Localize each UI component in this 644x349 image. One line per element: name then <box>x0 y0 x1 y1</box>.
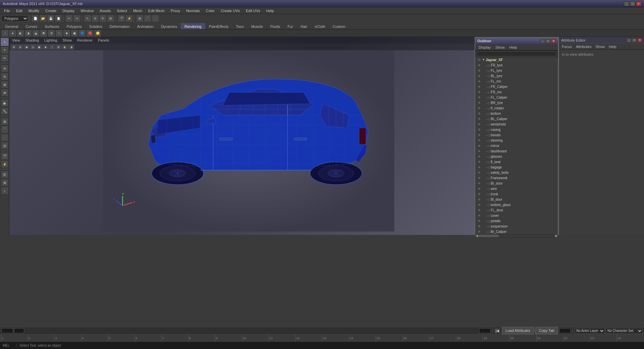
snap-to-grid[interactable]: ⊞ <box>1 118 8 125</box>
outliner-item[interactable]: ⚙—○suspension <box>475 223 558 229</box>
outliner-item[interactable]: ⚙—○FR_tyre <box>475 62 558 68</box>
current-frame-1[interactable]: 1 <box>14 328 24 333</box>
outliner-item[interactable]: ⚙—○FL_door <box>475 207 558 213</box>
attr-menu-attributes[interactable]: Attributes <box>575 45 593 49</box>
menu-edit[interactable]: Edit <box>13 8 25 14</box>
outliner-item[interactable]: ⚙—○FL_Caliper <box>475 95 558 100</box>
timeline-tick[interactable]: 14 <box>349 335 353 342</box>
shelf-btn-1[interactable]: ○ <box>1 30 9 37</box>
attr-menu-help[interactable]: Help <box>607 45 618 49</box>
vp-menu-panels[interactable]: Panels <box>98 38 109 42</box>
timeline-tick[interactable]: 24 <box>616 335 621 342</box>
outliner-scroll-left[interactable]: ◀ <box>475 234 479 238</box>
timeline-tick[interactable]: 13 <box>322 335 326 342</box>
tab-subdivs[interactable]: Subdivs <box>86 23 106 29</box>
outliner-item[interactable]: ⚙—○casing <box>475 127 558 132</box>
outliner-item[interactable]: ⚙—○FL_rim <box>475 79 558 84</box>
move-tool[interactable]: ✛ <box>1 65 8 72</box>
end-frame-24[interactable]: 24.00 <box>479 328 491 333</box>
menu-file[interactable]: File <box>1 8 13 14</box>
rotate-tool[interactable]: ↻ <box>1 73 8 80</box>
tab-custom[interactable]: Custom <box>329 23 349 29</box>
save-as-btn[interactable]: 📋 <box>55 15 62 22</box>
tab-muscle[interactable]: Muscle <box>248 23 267 29</box>
outliner-item[interactable]: ⚙—○bottom_glass <box>475 202 558 207</box>
vp-btn-smooth[interactable]: ◐ <box>62 44 68 50</box>
timeline-tick[interactable]: 20 <box>509 335 514 342</box>
menu-assets[interactable]: Assets <box>97 8 113 14</box>
render-layer[interactable]: ⊞ <box>1 179 8 186</box>
timeline-tick[interactable]: 2 <box>28 335 30 342</box>
vp-btn-6[interactable]: ■ <box>43 44 49 50</box>
outliner-menu-help[interactable]: Help <box>507 45 519 49</box>
minimize-button[interactable]: _ <box>624 1 629 6</box>
timeline-tick[interactable]: 12 <box>295 335 300 342</box>
outliner-item[interactable]: ⚙—○Framework <box>475 175 558 181</box>
tab-fluids[interactable]: Fluids <box>267 23 284 29</box>
menu-color[interactable]: Color <box>203 8 217 14</box>
menu-create-uvs[interactable]: Create UVs <box>218 8 243 14</box>
outliner-scroll-right[interactable]: ▶ <box>554 234 558 238</box>
attr-maximize[interactable]: □ <box>632 38 637 42</box>
outliner-item[interactable]: ⚙—○Br_door <box>475 181 558 186</box>
outliner-maximize[interactable]: □ <box>546 39 550 43</box>
outliner-item[interactable]: ⚙—○FL_tyre <box>475 68 558 73</box>
vp-menu-shading[interactable]: Shading <box>25 38 39 42</box>
tab-dynamics[interactable]: Dynamics <box>157 23 181 29</box>
timeline-tick[interactable]: 1 <box>1 335 3 342</box>
timeline-tick[interactable]: 4 <box>81 335 84 342</box>
undo-btn[interactable]: ↩ <box>65 15 73 22</box>
show-manip-tool[interactable]: 🔧 <box>1 107 8 115</box>
outliner-item[interactable]: ⚙—○wire <box>475 186 558 191</box>
tab-ncloth[interactable]: nCloth <box>311 23 329 29</box>
shelf-btn-6[interactable]: ◓ <box>40 30 47 37</box>
tab-hair[interactable]: Hair <box>297 23 311 29</box>
outliner-item[interactable]: ⚙—○pedals <box>475 218 558 223</box>
timeline-tick[interactable]: 8 <box>188 335 191 342</box>
outliner-item[interactable]: ⚙—○cover <box>475 213 558 218</box>
outliner-hscrollbar[interactable]: ◀ ▶ <box>475 234 558 238</box>
vp-btn-2[interactable]: ⊟ <box>17 44 23 50</box>
outliner-item[interactable]: ⚙—○BL_tyre <box>475 73 558 79</box>
select-tool-btn[interactable]: ↖ <box>84 15 91 22</box>
outliner-item[interactable]: ⚙—○FR_Caliper <box>475 84 558 89</box>
vp-btn-3[interactable]: ◉ <box>23 44 30 50</box>
timeline-tick[interactable]: 10 <box>242 335 246 342</box>
menu-edit-mesh[interactable]: Edit Mesh <box>146 8 167 14</box>
shelf-render-2[interactable]: 🔴 <box>86 30 94 37</box>
outliner-menu-show[interactable]: Show <box>493 45 507 49</box>
shelf-btn-2[interactable]: ● <box>9 30 16 37</box>
tab-rendering[interactable]: Rendering <box>181 23 205 29</box>
tab-deformation[interactable]: Deformation <box>106 23 133 29</box>
display-layer[interactable]: ☰ <box>1 171 8 178</box>
tab-fur[interactable]: Fur <box>284 23 297 29</box>
snap-grid-btn[interactable]: ⊞ <box>136 15 144 22</box>
attr-minimize[interactable]: _ <box>627 38 631 42</box>
outliner-item[interactable]: ⚙—○Bl_door <box>475 197 558 202</box>
go-start-btn[interactable]: |◀ <box>494 328 500 334</box>
snap-curve-btn[interactable]: ⌒ <box>144 15 151 22</box>
timeline-tick[interactable]: 7 <box>161 335 164 342</box>
soft-select-tool[interactable]: ◉ <box>1 99 8 107</box>
ipr-render[interactable]: ⚡ <box>1 160 8 168</box>
vp-btn-7[interactable]: □ <box>49 44 55 50</box>
timeline-tick[interactable]: 22 <box>563 335 568 342</box>
shelf-btn-3[interactable]: ◐ <box>17 30 24 37</box>
tab-animation[interactable]: Animation <box>133 23 157 29</box>
select-tool[interactable]: ↖ <box>1 38 8 46</box>
vp-menu-lighting[interactable]: Lighting <box>44 38 57 42</box>
playback-end-field[interactable]: 24.00 <box>559 328 571 333</box>
outliner-item[interactable]: ⚙—○glasses <box>475 154 558 159</box>
menu-modify[interactable]: Modify <box>26 8 42 14</box>
shelf-btn-4[interactable]: ◑ <box>24 30 32 37</box>
outliner-item[interactable]: ⚙—○bottom <box>475 111 558 116</box>
attr-menu-focus[interactable]: Focus <box>560 45 573 49</box>
timeline-tick[interactable]: 5 <box>108 335 110 342</box>
new-scene-btn[interactable]: 📄 <box>32 15 39 22</box>
outliner-item[interactable]: ⚙—○safety_belts <box>475 170 558 175</box>
timeline-tick[interactable]: 16 <box>402 335 407 342</box>
vp-btn-1[interactable]: ⊞ <box>11 44 17 50</box>
timeline-tick[interactable]: 23 <box>590 335 594 342</box>
open-scene-btn[interactable]: 📂 <box>39 15 47 22</box>
outliner-item[interactable]: ⚙▼Jaguar_XF <box>475 57 558 62</box>
